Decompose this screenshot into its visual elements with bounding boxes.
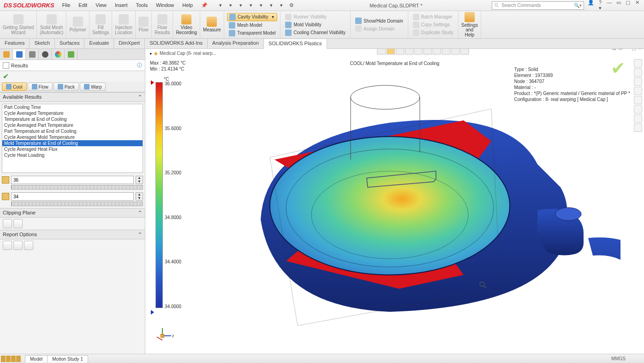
legend-min-arrow-icon[interactable]: [151, 310, 154, 315]
tab-surfaces[interactable]: Surfaces: [55, 39, 84, 48]
max-slider[interactable]: [11, 185, 143, 190]
tab-dimxpert[interactable]: DimXpert: [114, 39, 145, 48]
ribbon-measure[interactable]: Measure: [200, 11, 224, 38]
legend-max-arrow-icon[interactable]: [151, 80, 154, 85]
panel-tab-6[interactable]: [65, 49, 78, 60]
undo-icon[interactable]: ▾: [257, 1, 265, 10]
taskpane-custom-props-icon[interactable]: [634, 114, 642, 123]
bottom-left-tabs[interactable]: [1, 356, 21, 362]
ribbon-flow-results[interactable]: FlowResults: [152, 11, 173, 38]
rebuild-icon[interactable]: ▾: [277, 1, 286, 10]
panel-tab-3[interactable]: [26, 49, 39, 60]
copy-settings-button[interactable]: Copy Settings: [411, 21, 455, 29]
info-icon[interactable]: ⓘ: [137, 62, 142, 69]
subtab-flow[interactable]: Flow: [28, 83, 53, 91]
collapse-icon[interactable]: ⌃: [138, 210, 142, 216]
subtab-warp[interactable]: Warp: [80, 83, 106, 91]
result-item[interactable]: Cycle Heat Loading: [2, 152, 143, 158]
orientation-triad[interactable]: z: [154, 327, 172, 345]
menu-tools[interactable]: Tools: [132, 0, 152, 10]
search-dropdown-icon[interactable]: 🔍▾: [574, 3, 582, 8]
taskpane-appearances-icon[interactable]: [634, 105, 642, 113]
prev-view-icon[interactable]: [396, 49, 404, 54]
menu-insert[interactable]: Insert: [111, 0, 132, 10]
menu-window[interactable]: Window: [152, 0, 178, 10]
available-results-header[interactable]: Available Results⌃: [0, 92, 145, 102]
clip-option-2[interactable]: [13, 219, 23, 228]
taskpane-forum-icon[interactable]: [634, 124, 642, 132]
result-item[interactable]: Cycle Averaged Mold Temperature: [2, 134, 143, 140]
cavity-visibility-button[interactable]: Cavity Visibility▾: [227, 13, 278, 21]
ribbon-solid-mesh[interactable]: Solid Mesh(Automatic): [37, 11, 66, 38]
tab-sketch[interactable]: Sketch: [30, 39, 55, 48]
vp-max-icon[interactable]: ▢: [632, 49, 636, 51]
appearance-icon[interactable]: [442, 49, 450, 54]
report-option-2[interactable]: [13, 241, 23, 250]
min-stepper[interactable]: ▲▼: [136, 192, 143, 201]
print-icon[interactable]: ▾: [247, 1, 255, 10]
report-option-1[interactable]: [3, 241, 12, 250]
maximize-icon[interactable]: ▢: [625, 0, 631, 11]
assign-domain-button[interactable]: Assign Domain: [353, 25, 405, 32]
minimize-icon[interactable]: —: [606, 0, 613, 11]
scene-icon[interactable]: [451, 49, 459, 54]
subtab-cool[interactable]: Cool: [2, 83, 27, 91]
result-item[interactable]: Part Temperature at End of Cooling: [2, 128, 143, 134]
tab-plastics[interactable]: SOLIDWORKS Plastics: [264, 39, 327, 49]
search-commands-input[interactable]: Search Commands 🔍▾: [492, 1, 584, 10]
result-item[interactable]: Cycle Averaged Temperature: [2, 110, 143, 116]
report-options-header[interactable]: Report Options⌃: [0, 230, 145, 239]
ribbon-video-recording[interactable]: VideoRecording: [173, 11, 200, 38]
ribbon-wizard[interactable]: Getting StartedWizard: [0, 11, 37, 38]
panel-tab-1[interactable]: [0, 49, 13, 60]
panel-tab-2[interactable]: [13, 49, 26, 60]
vp-expand-icon[interactable]: ⊞: [612, 49, 616, 51]
ribbon-flow[interactable]: Flow: [136, 11, 152, 38]
units-readout[interactable]: MMGS: [611, 356, 626, 361]
vp-min-icon[interactable]: —: [625, 49, 630, 51]
open-icon[interactable]: ▾: [227, 1, 235, 10]
batch-manager-button[interactable]: Batch Manager: [411, 13, 455, 21]
taskpane-home-icon[interactable]: [634, 59, 642, 67]
menu-pin-icon[interactable]: 📌: [197, 0, 212, 10]
save-icon[interactable]: ▾: [237, 1, 245, 10]
runner-visibility-button[interactable]: Runner Visibility: [283, 13, 347, 21]
clipping-plane-header[interactable]: Clipping Plane⌃: [0, 208, 145, 218]
tab-model[interactable]: Model: [25, 355, 48, 363]
menu-view[interactable]: View: [91, 0, 111, 10]
subtab-pack[interactable]: Pack: [54, 83, 79, 91]
menu-edit[interactable]: Edit: [74, 0, 91, 10]
menu-help[interactable]: Help: [178, 0, 197, 10]
transparent-model-button[interactable]: Transparent Model: [227, 30, 278, 37]
help-icon[interactable]: ? ▾: [597, 0, 603, 11]
user-icon[interactable]: 👤: [588, 0, 594, 11]
close-icon[interactable]: ✕: [634, 0, 640, 11]
tab-motion-study[interactable]: Motion Study 1: [47, 355, 88, 363]
new-icon[interactable]: ▾: [216, 1, 225, 10]
collapse-icon[interactable]: ⌃: [138, 94, 142, 100]
max-input[interactable]: [11, 176, 134, 184]
result-item[interactable]: Temperature at End of Cooling: [2, 116, 143, 122]
tab-features[interactable]: Features: [0, 39, 30, 48]
taskpane-resources-icon[interactable]: [634, 68, 642, 77]
vp-close-icon[interactable]: ✕: [638, 49, 642, 51]
cooling-channel-visibility-button[interactable]: Cooling Channel Visibility: [283, 29, 347, 36]
min-input[interactable]: [11, 192, 134, 201]
section-view-icon[interactable]: [405, 49, 413, 54]
taskpane-file-explorer-icon[interactable]: [634, 87, 642, 95]
available-results-list[interactable]: Part Cooling TimeCycle Averaged Temperat…: [2, 104, 143, 173]
ok-check-icon[interactable]: ✔: [0, 71, 145, 82]
ribbon-fill-settings[interactable]: FillSettings: [89, 11, 112, 38]
tab-evaluate[interactable]: Evaluate: [84, 39, 114, 48]
view-settings-icon[interactable]: [460, 49, 469, 54]
result-item[interactable]: Cycle Averaged Part Temperature: [2, 122, 143, 128]
vp-restore-icon[interactable]: ▭: [618, 49, 623, 51]
show-hide-domain-button[interactable]: Show/Hide Domain: [353, 17, 405, 24]
taskpane-design-lib-icon[interactable]: [634, 77, 642, 86]
panel-tab-4[interactable]: [39, 49, 52, 60]
tab-analysis-prep[interactable]: Analysis Preparation: [208, 39, 264, 48]
mesh-model-button[interactable]: Mesh Model: [227, 22, 278, 29]
result-item[interactable]: Cycle Averaged Heat Flux: [2, 146, 143, 152]
zoom-fit-icon[interactable]: [377, 49, 386, 54]
result-item[interactable]: Part Cooling Time: [2, 104, 143, 110]
